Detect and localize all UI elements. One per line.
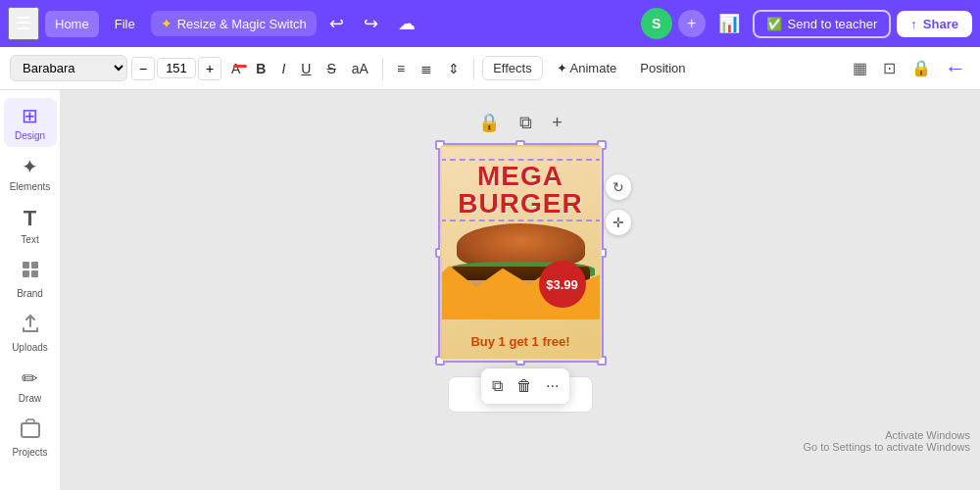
effects-button[interactable]: Effects [482, 56, 543, 80]
sidebar-item-design[interactable]: ⊞ Design [4, 98, 57, 147]
sidebar-item-text[interactable]: T Text [4, 200, 57, 251]
send-to-teacher-button[interactable]: ✅ Send to teacher [753, 10, 892, 38]
text-icon: T [24, 206, 36, 231]
sidebar: ⊞ Design ✦ Elements T Text Brand Uploads… [0, 90, 61, 490]
sidebar-item-draw[interactable]: ✏ Draw [4, 361, 57, 410]
magic-star-icon: ✦ [161, 16, 172, 31]
redo-button[interactable]: ↪ [357, 11, 385, 36]
poster-wrapper: MEGA BURGER $3.99 Buy 1 get 1 free! [440, 145, 602, 361]
avatar[interactable]: S [641, 8, 672, 39]
panel-toggle-button[interactable]: ← [941, 56, 970, 81]
font-size-decrease-button[interactable]: − [131, 57, 155, 80]
home-tab[interactable]: Home [45, 11, 99, 37]
projects-label: Projects [12, 447, 47, 458]
elements-label: Elements [10, 181, 51, 192]
svg-rect-4 [22, 423, 39, 437]
sidebar-item-projects[interactable]: Projects [4, 412, 57, 464]
poster-title-text[interactable]: MEGA BURGER [442, 161, 600, 220]
send-teacher-label: Send to teacher [788, 17, 878, 31]
more-options-button[interactable]: ··· [543, 374, 562, 398]
elements-icon: ✦ [22, 155, 38, 178]
draw-label: Draw [19, 393, 41, 404]
font-size-input[interactable] [157, 58, 196, 78]
side-handles: ↻ ✛ [606, 174, 631, 235]
svg-rect-1 [31, 262, 38, 269]
check-circle-icon: ✅ [766, 17, 782, 31]
delete-element-button[interactable]: 🗑 [514, 374, 535, 398]
undo-button[interactable]: ↩ [322, 11, 351, 36]
format-toolbar: Barabara − + A B I U S aA ≡ ≣ ⇕ Effects … [0, 47, 980, 90]
position-button[interactable]: Position [630, 57, 695, 79]
font-family-select[interactable]: Barabara [10, 55, 127, 81]
design-label: Design [15, 130, 45, 141]
bold-button[interactable]: B [250, 58, 271, 79]
share-label: Share [923, 17, 958, 31]
uploads-icon [20, 313, 41, 339]
sidebar-item-elements[interactable]: ✦ Elements [4, 149, 57, 198]
price-badge: $3.99 [539, 261, 586, 308]
share-button[interactable]: ↑ Share [897, 11, 972, 37]
canvas-top-controls: 🔒 ⧉ + [476, 110, 564, 135]
animate-button[interactable]: ✦ Animate [547, 57, 627, 79]
brand-label: Brand [17, 288, 43, 299]
canvas-area: 🔒 ⧉ + MEGA BURGER [61, 90, 980, 490]
buy-offer-text: Buy 1 get 1 free! [442, 334, 600, 349]
sidebar-item-brand[interactable]: Brand [4, 253, 57, 305]
svg-rect-2 [23, 270, 29, 277]
floating-action-menu: ⧉ 🗑 ··· [481, 368, 569, 404]
strikethrough-button[interactable]: S [320, 58, 341, 79]
checkerboard-button[interactable]: ▦ [847, 55, 873, 81]
toolbar-right-icons: ▦ ⊡ 🔒 ← [847, 55, 970, 81]
design-icon: ⊞ [22, 104, 38, 127]
cloud-save-button[interactable]: ☁ [391, 11, 422, 36]
magic-switch-label: Resize & Magic Switch [177, 17, 307, 31]
font-size-group: − + [131, 57, 221, 80]
crop-button[interactable]: ⊡ [877, 55, 902, 81]
price-text: $3.99 [546, 277, 578, 292]
add-collaborator-button[interactable]: + [678, 10, 706, 37]
move-handle-button[interactable]: ✛ [606, 210, 631, 235]
share-icon: ↑ [910, 17, 917, 31]
lock-canvas-button[interactable]: 🔒 [476, 110, 502, 135]
copy-element-button[interactable]: ⧉ [489, 374, 506, 398]
top-navigation: ☰ Home File ✦ Resize & Magic Switch ↩ ↪ … [0, 0, 980, 47]
lock-button[interactable]: 🔒 [906, 55, 937, 81]
mega-line1: MEGA [477, 161, 564, 191]
toolbar-divider-2 [473, 57, 474, 80]
magic-switch-button[interactable]: ✦ Resize & Magic Switch [151, 11, 317, 36]
text-label: Text [21, 234, 38, 245]
duplicate-canvas-button[interactable]: ⧉ [517, 110, 534, 135]
sidebar-item-uploads[interactable]: Uploads [4, 307, 57, 359]
mega-line2: BURGER [458, 188, 582, 219]
italic-button[interactable]: I [275, 58, 291, 79]
align-left-button[interactable]: ≡ [391, 58, 411, 79]
text-size-toggle-button[interactable]: aA [346, 58, 374, 79]
draw-icon: ✏ [22, 367, 38, 390]
projects-icon [20, 417, 41, 444]
underline-button[interactable]: U [295, 58, 317, 79]
file-tab[interactable]: File [105, 11, 145, 37]
main-layout: ⊞ Design ✦ Elements T Text Brand Uploads… [0, 90, 980, 490]
sparkle-icon: ✦ [557, 61, 567, 75]
analytics-button[interactable]: 📊 [711, 9, 747, 38]
uploads-label: Uploads [12, 342, 48, 353]
font-size-increase-button[interactable]: + [198, 57, 221, 80]
align-list-button[interactable]: ≣ [415, 58, 438, 79]
add-canvas-button[interactable]: + [550, 110, 564, 135]
toolbar-divider-1 [382, 57, 383, 80]
font-color-icon: A [231, 61, 240, 76]
poster-card[interactable]: MEGA BURGER $3.99 Buy 1 get 1 free! [440, 145, 602, 361]
svg-rect-0 [23, 262, 29, 269]
menu-icon[interactable]: ☰ [8, 7, 39, 40]
rotate-handle-button[interactable]: ↻ [606, 174, 631, 200]
line-height-button[interactable]: ⇕ [442, 58, 466, 79]
brand-icon [20, 259, 41, 285]
animate-label: Animate [570, 61, 617, 75]
font-color-button[interactable]: A [225, 58, 246, 79]
svg-rect-3 [31, 270, 38, 277]
